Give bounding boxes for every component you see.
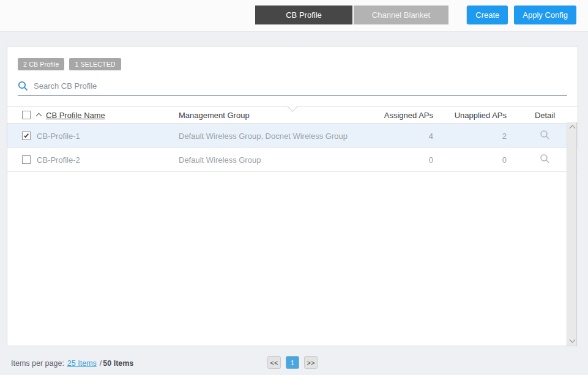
profile-name: CB-Profile-1 [37, 132, 179, 141]
assigned-aps-value: 0 [381, 155, 448, 165]
summary-badges: 2 CB Profile 1 SELECTED [7, 46, 578, 70]
header-detail: Detail [522, 111, 568, 120]
profile-name: CB-Profile-2 [37, 155, 179, 165]
scroll-down-icon[interactable] [570, 337, 576, 343]
row-checkbox[interactable] [22, 132, 31, 140]
search-input[interactable] [34, 81, 567, 91]
management-group-value: Default Wireless Group, Docnet Wireless … [179, 132, 381, 141]
header-checkbox-cell [7, 111, 37, 119]
management-group-value: Default Wireless Group [179, 155, 381, 165]
action-button-group: Create Apply Config [467, 6, 576, 24]
tab-cb-profile[interactable]: CB Profile [255, 6, 352, 24]
table-header: CB Profile Name Management Group Assigne… [7, 106, 578, 124]
search-bar [18, 81, 567, 91]
header-name-cell[interactable]: CB Profile Name [37, 111, 179, 120]
row-checkbox-cell [7, 155, 37, 164]
current-page-button[interactable]: 1 [286, 356, 299, 369]
unapplied-aps-value: 2 [448, 132, 522, 141]
select-all-checkbox[interactable] [22, 111, 31, 119]
sort-asc-icon [36, 113, 42, 119]
detail-button[interactable] [540, 130, 550, 140]
items-per-page: Items per page:25 Items/50 Items [11, 359, 133, 368]
row-checkbox-cell [7, 132, 37, 140]
apply-config-button[interactable]: Apply Config [514, 6, 576, 24]
detail-magnifier-icon [540, 154, 550, 164]
selected-badge: 1 SELECTED [69, 58, 121, 70]
items-per-page-label: Items per page: [11, 359, 64, 368]
unapplied-aps-value: 0 [448, 155, 522, 165]
table-row[interactable]: CB-Profile-1 Default Wireless Group, Doc… [7, 124, 578, 148]
tab-channel-blanket[interactable]: Channel Blanket [354, 6, 448, 24]
search-icon [18, 81, 28, 91]
total-items-label: 50 Items [103, 359, 133, 368]
row-checkbox[interactable] [22, 155, 31, 164]
table-row[interactable]: CB-Profile-2 Default Wireless Group 0 0 [7, 148, 578, 172]
search-underline [18, 95, 567, 96]
prev-page-button[interactable]: << [267, 356, 281, 369]
header-name-label[interactable]: CB Profile Name [46, 111, 105, 120]
header-management-group: Management Group [179, 111, 381, 120]
next-page-button[interactable]: >> [304, 356, 318, 369]
detail-magnifier-icon [540, 130, 550, 140]
pagination: << 1 >> [267, 356, 318, 369]
header-unapplied-aps: Unapplied APs [448, 111, 522, 120]
detail-button[interactable] [540, 154, 550, 164]
cb-profile-panel: 2 CB Profile 1 SELECTED CB Profile Name … [7, 46, 578, 346]
create-button[interactable]: Create [467, 6, 508, 24]
items-separator: / [100, 359, 102, 368]
view-tab-group: CB Profile Channel Blanket [255, 6, 448, 24]
count-badge: 2 CB Profile [18, 58, 64, 70]
table-scrollbar[interactable] [567, 122, 577, 346]
page-size-link[interactable]: 25 Items [67, 359, 97, 368]
table-footer: Items per page:25 Items/50 Items << 1 >> [7, 356, 578, 372]
scroll-up-icon[interactable] [570, 125, 576, 132]
assigned-aps-value: 4 [381, 132, 448, 141]
topbar: CB Profile Channel Blanket Create Apply … [0, 0, 588, 32]
header-assigned-aps: Assigned APs [381, 111, 448, 120]
